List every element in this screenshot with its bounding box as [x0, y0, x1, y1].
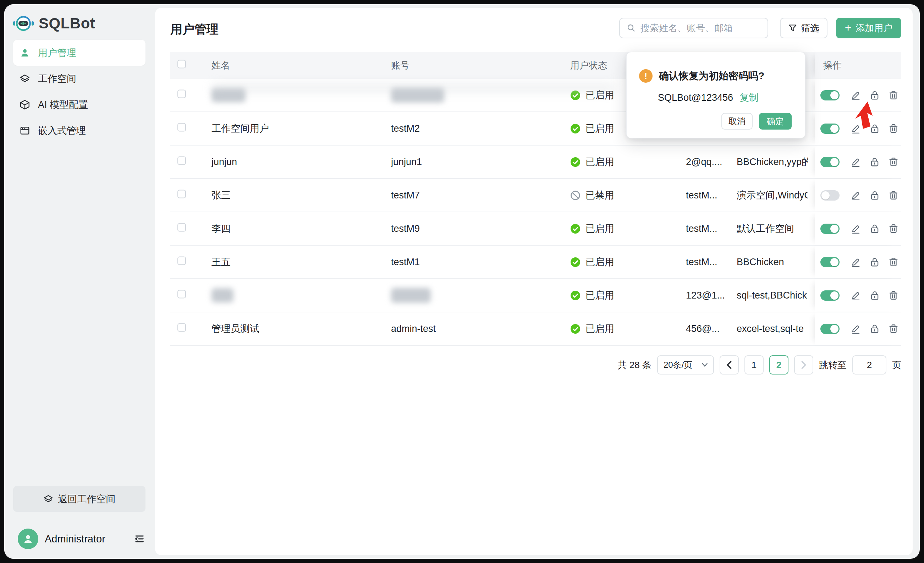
edit-icon[interactable]	[850, 323, 861, 334]
main-panel: 用户管理 筛选 + 添加用户 姓名 账号 用户状态	[155, 8, 913, 555]
chevron-down-icon	[702, 363, 708, 367]
user-account: testM2	[391, 123, 420, 134]
status-label: 已禁用	[585, 189, 614, 202]
jump-page-input[interactable]	[852, 355, 886, 374]
delete-icon[interactable]	[888, 90, 899, 101]
delete-icon[interactable]	[888, 290, 899, 301]
row-checkbox[interactable]	[177, 90, 186, 98]
total-count: 共 28 条	[618, 359, 651, 371]
user-workspace: sql-test,BBChick	[736, 290, 808, 301]
reset-password-lock-icon[interactable]	[869, 190, 880, 201]
user-status: 已启用	[570, 289, 614, 302]
row-actions	[815, 246, 901, 278]
chevron-left-icon	[726, 361, 732, 369]
user-account: testM7	[391, 190, 420, 201]
user-account: junjun1	[391, 156, 422, 168]
reset-password-lock-icon[interactable]	[869, 323, 880, 334]
sidebar: SQLBot 用户管理 工作空间 AI 模型配置	[4, 4, 155, 559]
reset-password-lock-icon[interactable]	[869, 257, 880, 267]
edit-icon[interactable]	[850, 290, 861, 301]
sidebar-item-ai-model-config[interactable]: AI 模型配置	[13, 92, 146, 117]
user-account: testM9	[391, 223, 420, 234]
enable-toggle[interactable]	[820, 224, 840, 234]
status-label: 已启用	[585, 222, 614, 235]
sidebar-item-label: 用户管理	[38, 47, 76, 59]
row-checkbox[interactable]	[177, 223, 186, 232]
enable-toggle[interactable]	[820, 190, 840, 201]
sidebar-item-workspace[interactable]: 工作空间	[13, 66, 146, 92]
add-user-button[interactable]: + 添加用户	[836, 18, 901, 38]
edit-icon[interactable]	[850, 223, 861, 234]
sidebar-item-user-management[interactable]: 用户管理	[13, 40, 146, 66]
page-title: 用户管理	[170, 21, 219, 38]
cancel-button[interactable]: 取消	[722, 113, 753, 129]
delete-icon[interactable]	[888, 123, 899, 134]
delete-icon[interactable]	[888, 257, 899, 267]
popover-title: 确认恢复为初始密码吗?	[659, 69, 764, 83]
sidebar-item-embedded-management[interactable]: 嵌入式管理	[13, 117, 146, 143]
row-checkbox[interactable]	[177, 156, 186, 165]
row-checkbox[interactable]	[177, 190, 186, 198]
edit-icon[interactable]	[850, 123, 861, 134]
next-page-button[interactable]	[794, 355, 813, 374]
popover-actions: 取消 确定	[722, 113, 792, 129]
search-input[interactable]	[640, 23, 761, 34]
edit-icon[interactable]	[850, 257, 861, 267]
enable-toggle[interactable]	[820, 123, 840, 134]
enable-toggle[interactable]	[820, 290, 840, 301]
sidebar-item-label: 嵌入式管理	[38, 124, 86, 137]
sqlbot-robot-icon	[13, 15, 34, 32]
reset-password-lock-icon[interactable]	[869, 123, 880, 134]
delete-icon[interactable]	[888, 323, 899, 334]
app-window: SQLBot 用户管理 工作空间 AI 模型配置	[4, 4, 920, 559]
reset-password-popover: ! 确认恢复为初始密码吗? SQLBot@123456 复制 取消 确定	[626, 52, 806, 138]
user-status: 已启用	[570, 322, 614, 335]
user-name: 李四	[212, 222, 231, 235]
avatar[interactable]	[18, 528, 38, 549]
collapse-sidebar-icon[interactable]	[133, 533, 145, 545]
page-button-1[interactable]: 1	[744, 355, 764, 374]
delete-icon[interactable]	[888, 190, 899, 201]
enable-toggle[interactable]	[820, 257, 840, 267]
select-all-checkbox[interactable]	[177, 60, 186, 69]
page-suffix: 页	[892, 359, 901, 371]
delete-icon[interactable]	[888, 223, 899, 234]
enable-toggle[interactable]	[820, 90, 840, 101]
reset-password-lock-icon[interactable]	[869, 290, 880, 301]
row-checkbox[interactable]	[177, 323, 186, 332]
user-email: 2@qq....	[686, 156, 739, 168]
search-box	[619, 18, 768, 38]
reset-password-lock-icon[interactable]	[869, 90, 880, 101]
enable-toggle[interactable]	[820, 324, 840, 334]
edit-icon[interactable]	[850, 90, 861, 101]
status-label: 已启用	[585, 156, 614, 168]
status-disabled-icon	[570, 190, 580, 201]
row-actions	[815, 312, 901, 345]
edit-icon[interactable]	[850, 156, 861, 167]
reset-password-lock-icon[interactable]	[869, 156, 880, 167]
confirm-button[interactable]: 确定	[759, 113, 792, 129]
user-name: 管理员测试	[212, 322, 260, 335]
back-to-workspace-label: 返回工作空间	[58, 493, 116, 506]
status-enabled-icon	[570, 123, 580, 134]
page-size-select[interactable]: 20条/页	[657, 355, 714, 374]
pagination: 共 28 条 20条/页 1 2 跳转至 页	[618, 355, 901, 375]
prev-page-button[interactable]	[720, 355, 739, 374]
back-to-workspace-button[interactable]: 返回工作空间	[13, 486, 146, 512]
user-workspace: BBChicken,yyp的	[736, 156, 808, 168]
page-button-2[interactable]: 2	[769, 355, 789, 374]
enable-toggle[interactable]	[820, 157, 840, 167]
reset-password-lock-icon[interactable]	[869, 223, 880, 234]
row-checkbox[interactable]	[177, 123, 186, 132]
status-label: 已启用	[585, 322, 614, 335]
delete-icon[interactable]	[888, 156, 899, 167]
row-checkbox[interactable]	[177, 257, 186, 265]
copy-password-link[interactable]: 复制	[740, 91, 759, 104]
filter-button[interactable]: 筛选	[780, 18, 828, 38]
row-actions	[815, 279, 901, 312]
row-checkbox[interactable]	[177, 290, 186, 299]
profile-row: Administrator	[18, 528, 145, 549]
edit-icon[interactable]	[850, 190, 861, 201]
user-name: 王五	[212, 255, 231, 268]
row-actions	[815, 79, 901, 111]
